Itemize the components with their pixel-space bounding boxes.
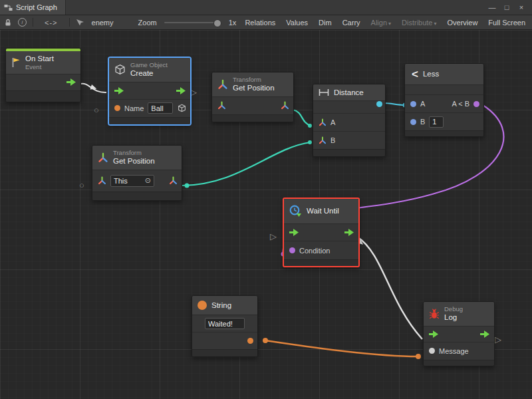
distribute-dropdown[interactable]: Distribute▾: [400, 19, 438, 27]
flow-input-port[interactable]: [429, 331, 439, 338]
graph-owner-icon: [76, 19, 84, 27]
transform-input-port[interactable]: [98, 176, 106, 185]
node-title: Log: [444, 313, 463, 322]
graph-icon: [4, 4, 13, 11]
flow-output-port[interactable]: [176, 87, 186, 94]
message-input-port[interactable]: [429, 348, 435, 354]
zoom-slider[interactable]: [164, 22, 221, 23]
distance-icon: [319, 88, 329, 96]
node-less[interactable]: < Less A A < B B: [404, 63, 484, 137]
output-label: A < B: [452, 100, 469, 108]
distance-output-port[interactable]: [376, 101, 382, 107]
target-icon: ⊙: [145, 176, 151, 185]
toolbar-buttons: Relations Values Dim Carry Align▾ Distri…: [243, 19, 528, 27]
flow-output-port[interactable]: [66, 78, 76, 86]
expand-icon[interactable]: <->: [39, 19, 63, 27]
node-title: Wait Until: [307, 206, 339, 215]
string-output-port[interactable]: [247, 338, 253, 344]
node-footer: [92, 192, 182, 200]
vector-output-port[interactable]: [281, 101, 289, 110]
window-controls: — □ ×: [487, 0, 532, 15]
string-icon: [198, 301, 207, 310]
maximize-icon[interactable]: □: [501, 0, 512, 15]
tab-script-graph[interactable]: Script Graph: [0, 0, 66, 15]
script-graph-window: Script Graph — □ × i <-> enemy Zoom 1x R…: [0, 0, 532, 399]
values-button[interactable]: Values: [285, 19, 309, 27]
vector-input-port[interactable]: [319, 118, 327, 126]
node-footer: [405, 130, 483, 136]
node-debug-log[interactable]: Debug Log Message: [423, 301, 495, 366]
node-category: Game Object: [130, 61, 168, 68]
string-value-field[interactable]: [205, 318, 245, 329]
zoom-label: Zoom: [137, 19, 158, 27]
target-value: This: [114, 177, 128, 185]
target-field[interactable]: This ⊙: [110, 175, 154, 187]
node-subtitle: Event: [25, 63, 54, 70]
graph-toolbar: i <-> enemy Zoom 1x Relations Values Dim…: [0, 15, 532, 30]
zoom-slider-handle[interactable]: [213, 19, 221, 27]
flow-continuation-icon: ▷: [190, 88, 197, 96]
dim-button[interactable]: Dim: [317, 19, 333, 27]
chevron-down-icon: ▾: [434, 21, 437, 27]
node-footer: [313, 149, 385, 156]
chevron-down-icon: ▾: [388, 21, 391, 27]
transform-icon: [217, 79, 228, 90]
flow-input-port[interactable]: [114, 87, 124, 94]
node-footer: [424, 360, 494, 366]
node-title: Get Position: [233, 83, 275, 92]
node-footer: [212, 114, 293, 122]
node-category: Transform: [113, 149, 155, 156]
vector-input-port[interactable]: [319, 136, 327, 144]
condition-input-port[interactable]: [289, 247, 295, 253]
flow-continuation-icon: ▷: [495, 335, 501, 344]
close-icon[interactable]: ×: [516, 0, 527, 15]
port-label: B: [420, 118, 425, 126]
less-icon: <: [412, 68, 418, 80]
title-bar: Script Graph — □ ×: [0, 0, 532, 15]
overview-button[interactable]: Overview: [446, 19, 479, 27]
node-title: Get Position: [113, 156, 155, 166]
result-output-port[interactable]: [473, 101, 479, 107]
node-string-literal[interactable]: String: [192, 295, 258, 357]
tab-title: Script Graph: [16, 3, 57, 11]
node-category: Transform: [233, 76, 275, 83]
info-icon[interactable]: i: [18, 18, 27, 27]
transform-icon: [98, 152, 108, 163]
port-label: A: [420, 100, 425, 108]
flow-input-port[interactable]: [289, 229, 299, 236]
node-wait-until[interactable]: Wait Until Condition: [283, 198, 360, 267]
port-label: Condition: [299, 247, 330, 255]
node-on-start-event[interactable]: On Start Event: [5, 48, 81, 102]
transform-input-port[interactable]: [217, 101, 226, 110]
node-gameobject-create[interactable]: Game Object Create Name: [108, 57, 191, 125]
node-title: Distance: [334, 88, 364, 97]
carry-button[interactable]: Carry: [341, 19, 362, 27]
name-field[interactable]: [148, 102, 173, 114]
node-title: String: [211, 301, 231, 310]
node-distance[interactable]: Distance A B: [313, 84, 386, 157]
flow-continuation-icon: ▷: [270, 232, 277, 241]
flow-output-port[interactable]: [344, 229, 354, 236]
relations-button[interactable]: Relations: [243, 19, 277, 27]
value-input-port[interactable]: [410, 119, 416, 125]
graph-owner-label[interactable]: enemy: [90, 19, 115, 27]
align-label: Align: [371, 19, 387, 27]
minimize-icon[interactable]: —: [487, 0, 497, 15]
port-label: A: [331, 118, 335, 126]
toolbar-separator: [69, 18, 70, 27]
b-value-field[interactable]: [429, 116, 444, 128]
flow-output-port[interactable]: [480, 331, 490, 338]
distribute-label: Distribute: [402, 19, 432, 27]
value-input-port[interactable]: [410, 101, 416, 107]
value-input-port[interactable]: [114, 105, 120, 111]
node-body: [313, 100, 385, 113]
node-get-position-top[interactable]: Transform Get Position: [211, 72, 294, 122]
align-dropdown[interactable]: Align▾: [370, 19, 392, 27]
cube-output-port[interactable]: [178, 104, 186, 112]
node-title: Create: [130, 68, 168, 78]
vector-output-port[interactable]: [169, 176, 178, 185]
port-label: Message: [439, 347, 469, 355]
lock-icon[interactable]: [4, 19, 12, 27]
fullscreen-button[interactable]: Full Screen: [487, 19, 527, 27]
node-get-position-bottom[interactable]: Transform Get Position This ⊙: [92, 145, 182, 201]
